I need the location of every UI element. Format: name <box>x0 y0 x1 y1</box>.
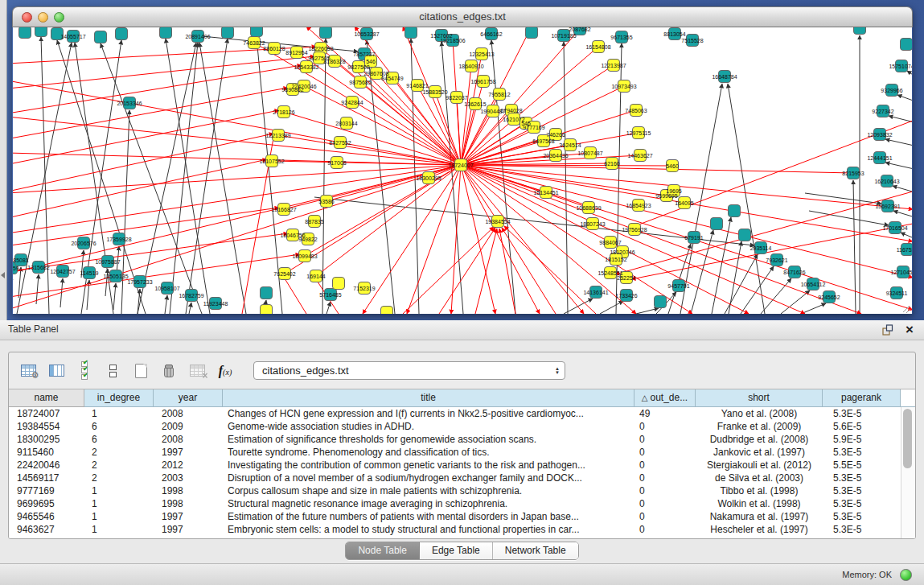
graph-edge[interactable] <box>461 165 912 278</box>
graph-node[interactable] <box>35 27 47 37</box>
tab-node-table[interactable]: Node Table <box>346 542 420 559</box>
rows-button[interactable] <box>103 361 122 381</box>
graph-edge[interactable] <box>781 290 810 314</box>
graph-node[interactable] <box>251 27 263 37</box>
close-panel-icon[interactable]: × <box>906 321 914 339</box>
column-header-out_de[interactable]: △out_de... <box>634 389 696 407</box>
graph-edge[interactable] <box>138 43 196 314</box>
tab-network-table[interactable]: Network Table <box>493 542 578 559</box>
graph-edge[interactable] <box>13 254 300 299</box>
graph-edge[interactable] <box>326 302 331 314</box>
graph-edge[interactable] <box>13 153 461 165</box>
graph-edge[interactable] <box>461 165 805 314</box>
graph-edge[interactable] <box>504 226 596 314</box>
select-rows-checklist-button[interactable] <box>75 361 94 381</box>
graph-edge[interactable] <box>893 211 912 218</box>
graph-edge[interactable] <box>13 80 461 165</box>
graph-node[interactable] <box>333 278 345 290</box>
graph-edge[interactable] <box>165 295 167 314</box>
graph-edge[interactable] <box>564 42 568 314</box>
graph-edge[interactable] <box>13 134 273 195</box>
window-zoom-button[interactable] <box>54 12 64 23</box>
table-vertical-scrollbar[interactable] <box>901 407 915 538</box>
network-table-selector[interactable]: citations_edges.txt▲▼ <box>253 361 565 380</box>
window-close-button[interactable] <box>22 12 32 23</box>
network-canvas[interactable]: 1405571720891406106532871527602646616210… <box>13 27 912 314</box>
graph-node[interactable] <box>405 27 417 39</box>
column-header-pagerank[interactable]: pagerank <box>823 389 901 407</box>
scrollbar-thumb[interactable] <box>903 409 912 468</box>
graph-edge[interactable] <box>728 84 765 314</box>
citation-network-graph[interactable]: 1405571720891406106532871527602646616210… <box>13 27 912 314</box>
graph-node[interactable] <box>711 218 723 230</box>
table-row[interactable]: 1830029562008Estimation of significance … <box>9 433 901 446</box>
table-row[interactable]: 1872400712008Changes of HCN gene express… <box>9 407 901 420</box>
control-panel-collapse-strip[interactable] <box>0 0 7 320</box>
network-window-titlebar[interactable]: citations_edges.txt <box>12 6 913 27</box>
delete-trash-button[interactable] <box>159 361 179 381</box>
graph-edge[interactable] <box>359 67 461 165</box>
graph-edge[interactable] <box>897 95 912 102</box>
column-header-title[interactable]: title <box>223 389 634 407</box>
graph-edge[interactable] <box>885 163 912 170</box>
new-document-button[interactable] <box>131 361 150 381</box>
graph-node[interactable] <box>854 27 866 35</box>
graph-edge[interactable] <box>316 165 461 276</box>
graph-edge[interactable] <box>729 241 741 314</box>
graph-edge[interactable] <box>13 56 314 90</box>
graph-edge[interactable] <box>189 303 191 314</box>
graph-edge[interactable] <box>461 165 692 314</box>
graph-node[interactable] <box>160 27 172 39</box>
graph-node[interactable] <box>655 296 667 308</box>
graph-edge[interactable] <box>809 211 889 225</box>
graph-node[interactable] <box>261 287 273 299</box>
graph-edge[interactable] <box>901 233 912 240</box>
table-row[interactable]: 1456911722003Disruption of a novel membe… <box>9 472 901 484</box>
graph-node[interactable] <box>901 39 913 51</box>
column-visibility-button[interactable] <box>47 361 66 381</box>
table-row[interactable]: 946362711997Embryonic stem cells: a mode… <box>9 523 901 536</box>
window-minimize-button[interactable] <box>38 12 48 23</box>
graph-edge[interactable] <box>725 254 758 314</box>
graph-edge[interactable] <box>801 303 826 314</box>
graph-node[interactable] <box>95 31 107 43</box>
column-header-name[interactable]: name <box>9 389 84 407</box>
graph-node[interactable] <box>729 205 741 217</box>
graph-edge[interactable] <box>600 301 623 314</box>
graph-edge[interactable] <box>13 117 461 165</box>
table-row[interactable]: 946554611997Estimation of the future num… <box>9 510 901 523</box>
graph-node[interactable] <box>222 27 234 39</box>
graph-node[interactable] <box>381 307 393 315</box>
float-panel-icon[interactable] <box>882 324 893 336</box>
tab-edge-table[interactable]: Edge Table <box>420 542 493 559</box>
graph-edge[interactable] <box>461 165 495 314</box>
graph-edge[interactable] <box>18 267 21 298</box>
column-header-year[interactable]: year <box>154 389 223 407</box>
column-header-short[interactable]: short <box>696 389 823 407</box>
graph-edge[interactable] <box>461 165 498 221</box>
table-row[interactable]: 977716911998Corpus callosum shape and si… <box>9 484 901 497</box>
graph-edge[interactable] <box>631 224 912 279</box>
graph-edge[interactable] <box>355 27 461 165</box>
graph-edge[interactable] <box>885 139 912 146</box>
graph-edge[interactable] <box>499 229 515 314</box>
graph-node[interactable] <box>261 305 273 315</box>
graph-edge[interactable] <box>13 88 288 142</box>
graph-edge[interactable] <box>13 165 461 274</box>
graph-edge[interactable] <box>761 278 791 314</box>
graph-edge[interactable] <box>13 165 461 233</box>
graph-edge[interactable] <box>741 266 774 314</box>
function-builder-button[interactable]: f(x) <box>216 361 235 381</box>
graph-node[interactable] <box>19 27 31 39</box>
graph-edge[interactable] <box>13 208 279 248</box>
collapse-arrow-icon[interactable] <box>1 272 5 278</box>
graph-edge[interactable] <box>461 165 861 314</box>
graph-node[interactable] <box>116 28 128 40</box>
graph-edge[interactable] <box>893 186 912 193</box>
table-options-button[interactable]: ⚙ <box>18 361 38 381</box>
graph-edge[interactable] <box>461 165 584 314</box>
table-row[interactable]: 969969511998Structural magnetic resonanc… <box>9 497 901 510</box>
table-row[interactable]: 2242004622012Investigating the contribut… <box>9 459 901 472</box>
graph-edge[interactable] <box>284 112 461 165</box>
graph-edge[interactable] <box>502 228 556 314</box>
